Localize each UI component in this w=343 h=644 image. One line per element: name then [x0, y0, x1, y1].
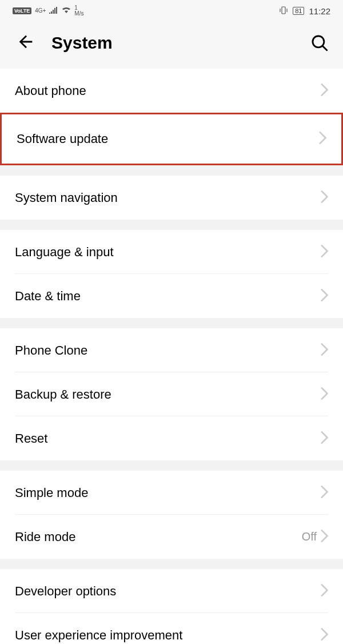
network-indicator: 4G+ — [35, 8, 46, 14]
settings-group: Developer optionsUser experience improve… — [0, 569, 343, 644]
chevron-right-icon — [320, 190, 328, 205]
item-label: Reset — [15, 431, 320, 446]
chevron-right-icon — [320, 628, 328, 643]
battery-icon: 81 — [293, 7, 304, 15]
volte-icon: VoLTE — [13, 7, 31, 14]
section-divider — [0, 318, 343, 328]
item-label: Phone Clone — [15, 343, 320, 358]
settings-group: About phoneSoftware update — [0, 69, 343, 165]
vibrate-icon — [279, 6, 288, 17]
item-label: Ride mode — [15, 530, 302, 544]
item-value: Off — [302, 530, 317, 543]
settings-item-simple-mode[interactable]: Simple mode — [0, 471, 343, 515]
item-label: Software update — [17, 132, 318, 146]
item-label: User experience improvement — [15, 628, 320, 643]
item-label: Date & time — [15, 289, 320, 304]
status-right: 81 11:22 — [279, 6, 330, 17]
settings-group: Simple modeRide modeOff — [0, 471, 343, 559]
chevron-right-icon — [320, 245, 328, 260]
settings-group: Language & inputDate & time — [0, 230, 343, 318]
wifi-icon — [62, 6, 71, 15]
section-divider — [0, 460, 343, 471]
chevron-right-icon — [320, 486, 328, 500]
settings-item-system-navigation[interactable]: System navigation — [0, 176, 343, 220]
signal-icon — [49, 6, 58, 15]
item-label: Backup & restore — [15, 387, 320, 402]
back-button[interactable] — [16, 32, 35, 54]
item-label: System navigation — [15, 190, 320, 205]
chevron-right-icon — [318, 132, 326, 146]
chevron-right-icon — [320, 387, 328, 402]
section-divider — [0, 559, 343, 569]
chevron-right-icon — [320, 84, 328, 98]
settings-item-ride-mode[interactable]: Ride modeOff — [0, 515, 343, 559]
app-header: System — [0, 22, 343, 69]
settings-item-language-input[interactable]: Language & input — [0, 230, 343, 274]
chevron-right-icon — [320, 584, 328, 599]
settings-group: Phone CloneBackup & restoreReset — [0, 328, 343, 460]
settings-item-about-phone[interactable]: About phone — [0, 69, 343, 113]
chevron-right-icon — [320, 431, 328, 446]
item-label: Language & input — [15, 245, 320, 260]
settings-item-reset[interactable]: Reset — [0, 416, 343, 460]
settings-list: About phoneSoftware updateSystem navigat… — [0, 69, 343, 644]
status-bar: VoLTE 4G+ 1 M/s 81 11:22 — [0, 0, 343, 22]
item-label: Simple mode — [15, 486, 320, 500]
chevron-right-icon — [320, 289, 328, 304]
item-label: About phone — [15, 84, 320, 98]
section-divider — [0, 165, 343, 176]
svg-rect-0 — [282, 7, 285, 14]
settings-item-phone-clone[interactable]: Phone Clone — [0, 328, 343, 372]
search-button[interactable] — [310, 33, 329, 53]
section-divider — [0, 220, 343, 230]
chevron-right-icon — [320, 343, 328, 358]
settings-group: System navigation — [0, 176, 343, 220]
settings-item-developer-options[interactable]: Developer options — [0, 569, 343, 613]
settings-item-backup-restore[interactable]: Backup & restore — [0, 372, 343, 416]
settings-item-date-time[interactable]: Date & time — [0, 274, 343, 318]
settings-item-software-update[interactable]: Software update — [0, 113, 343, 165]
clock: 11:22 — [309, 6, 330, 16]
settings-item-user-experience-improvement[interactable]: User experience improvement — [0, 613, 343, 644]
network-speed: 1 M/s — [74, 5, 83, 17]
status-left: VoLTE 4G+ 1 M/s — [13, 5, 83, 17]
page-title: System — [51, 33, 310, 53]
chevron-right-icon — [320, 530, 328, 544]
item-label: Developer options — [15, 584, 320, 599]
